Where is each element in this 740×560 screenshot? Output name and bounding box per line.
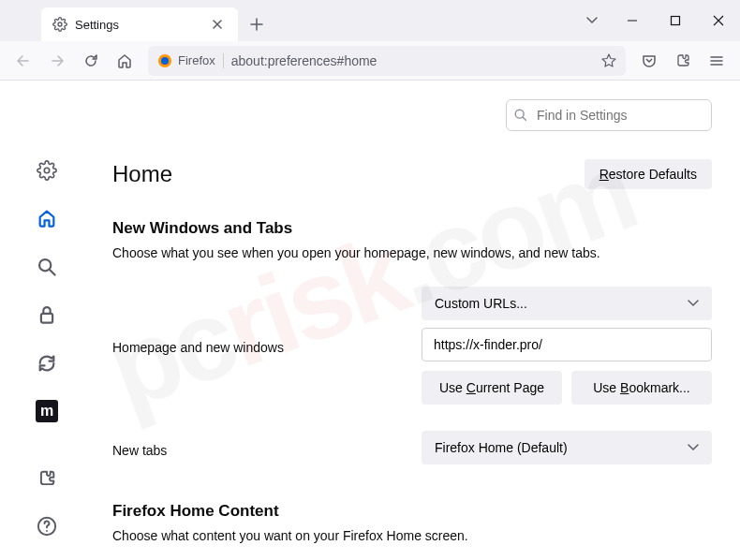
forward-button[interactable] (41, 45, 73, 77)
star-icon (601, 53, 616, 68)
newtabs-mode-select[interactable]: Firefox Home (Default) (422, 431, 712, 464)
close-icon (212, 19, 223, 30)
pocket-icon (641, 52, 658, 69)
chevron-down-icon (586, 17, 598, 24)
restore-defaults-button[interactable]: Restore Defaults (585, 159, 712, 189)
address-bar[interactable]: Firefox about:preferences#home (148, 46, 626, 76)
window-controls (573, 0, 740, 41)
gear-icon (37, 160, 57, 181)
maximize-button[interactable] (654, 0, 697, 41)
sidebar-general[interactable] (30, 155, 64, 185)
reload-button[interactable] (75, 45, 107, 77)
identity-box[interactable]: Firefox (157, 53, 224, 68)
titlebar: Settings (0, 0, 740, 41)
search-icon (37, 257, 57, 277)
arrow-left-icon (15, 52, 32, 69)
reload-icon (82, 52, 99, 69)
sidebar-sync[interactable] (30, 348, 64, 378)
section-title: Firefox Home Content (112, 502, 712, 521)
home-icon (116, 52, 133, 69)
identity-label: Firefox (178, 53, 215, 67)
newtabs-label: New tabs (112, 437, 422, 458)
tabs-dropdown-button[interactable] (573, 0, 611, 41)
section-desc: Choose what you see when you open your h… (112, 245, 712, 260)
bookmark-star-button[interactable] (601, 53, 616, 68)
sidebar-privacy[interactable] (30, 301, 64, 331)
svg-rect-1 (672, 17, 680, 25)
sidebar-more-mozilla[interactable]: m (30, 397, 64, 427)
hamburger-icon (708, 52, 725, 69)
back-button[interactable] (7, 45, 39, 77)
arrow-right-icon (49, 52, 66, 69)
svg-point-4 (44, 168, 50, 173)
pocket-button[interactable] (633, 45, 665, 77)
lock-icon (37, 304, 57, 325)
use-current-page-button[interactable]: Use Current Page (422, 371, 562, 405)
help-icon (37, 516, 57, 537)
homepage-label: Homepage and new windows (112, 334, 422, 355)
tab-title: Settings (75, 18, 200, 32)
browser-tab[interactable]: Settings (41, 7, 238, 41)
svg-point-3 (161, 57, 169, 65)
content-area: m Home Restore Defaults New Windows and … (0, 81, 740, 560)
chevron-down-icon (688, 444, 699, 451)
minimize-icon (627, 15, 638, 26)
plus-icon (250, 18, 263, 31)
sidebar-help[interactable] (30, 512, 64, 542)
chevron-down-icon (688, 300, 699, 307)
close-icon (713, 15, 724, 26)
homepage-url-input[interactable] (422, 328, 712, 361)
sync-icon (37, 353, 57, 374)
url-text: about:preferences#home (231, 53, 594, 68)
minimize-button[interactable] (611, 0, 654, 41)
sidebar-extensions[interactable] (30, 464, 64, 494)
svg-point-0 (58, 22, 62, 26)
home-button[interactable] (109, 45, 141, 77)
svg-rect-6 (41, 314, 52, 323)
mozilla-icon: m (36, 400, 58, 422)
window-close-button[interactable] (697, 0, 740, 41)
sidebar-search[interactable] (30, 252, 64, 282)
puzzle-icon (37, 468, 57, 489)
find-settings-input[interactable] (506, 99, 712, 131)
homepage-mode-select[interactable]: Custom URLs... (422, 287, 712, 320)
puzzle-icon (674, 52, 691, 69)
new-tab-button[interactable] (242, 9, 272, 39)
section-desc: Choose what content you want on your Fir… (112, 528, 712, 543)
settings-main: Home Restore Defaults New Windows and Ta… (94, 81, 740, 560)
select-value: Custom URLs... (435, 296, 527, 311)
home-icon (37, 208, 57, 228)
maximize-icon (670, 15, 681, 26)
select-value: Firefox Home (Default) (435, 440, 568, 455)
page-heading: Home (112, 161, 172, 187)
app-menu-button[interactable] (701, 45, 733, 77)
settings-sidebar: m (0, 81, 94, 560)
tab-close-button[interactable] (208, 15, 227, 34)
use-bookmark-button[interactable]: Use Bookmark... (571, 371, 712, 405)
sidebar-home[interactable] (30, 204, 64, 234)
toolbar: Firefox about:preferences#home (0, 41, 740, 81)
gear-icon (52, 17, 67, 32)
search-icon (513, 108, 528, 123)
firefox-logo-icon (157, 53, 172, 68)
section-title: New Windows and Tabs (112, 219, 712, 238)
extensions-button[interactable] (667, 45, 699, 77)
